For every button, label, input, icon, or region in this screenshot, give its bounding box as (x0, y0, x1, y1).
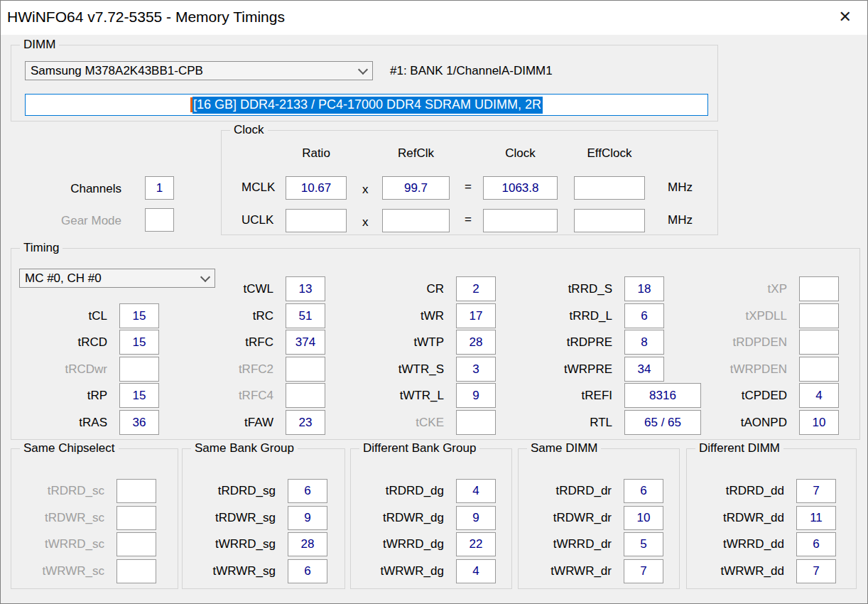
tCKE-value[interactable] (456, 410, 496, 435)
tWRWR_dg-label: tWRWR_dg (355, 564, 453, 578)
field-tRDPRE: tRDPRE 8 (515, 330, 664, 355)
uclk-refclk-value[interactable] (382, 209, 450, 232)
tCPDED-value[interactable]: 4 (799, 383, 839, 408)
tWRWR_sg-value[interactable]: 6 (288, 559, 327, 583)
tRP-value[interactable]: 15 (119, 383, 159, 408)
mclk-clock-value[interactable]: 1063.8 (483, 176, 558, 200)
tWRRD_dg-label: tWRRD_dg (355, 537, 453, 551)
window-title: HWiNFO64 v7.72-5355 - Memory Timings (7, 9, 285, 26)
tWRRD_sc-value[interactable] (116, 532, 156, 556)
tRCD-value[interactable]: 15 (119, 330, 159, 355)
tWRWR_sc-label: tWRWR_sc (16, 564, 114, 578)
mclk-refclk-value[interactable]: 99.7 (382, 176, 450, 200)
channels-value[interactable]: 1 (145, 176, 174, 200)
field-tWRRD_sc: tWRRD_sc (16, 532, 156, 556)
tRDPRE-label: tRDPRE (515, 335, 622, 350)
mclk-effclock-value[interactable] (574, 176, 645, 200)
dimm-selector[interactable]: Samsung M378A2K43BB1-CPB (25, 61, 373, 80)
field-tXP: tXP (690, 276, 839, 301)
tWRRD_dd-value[interactable]: 6 (796, 532, 836, 556)
field-tREFI: tREFI 8316 (515, 383, 701, 408)
tAONPD-value[interactable]: 10 (799, 410, 839, 435)
clock-group: Clock Ratio RefClk Clock EffClock MCLK 1… (221, 130, 718, 235)
tRDRD_dr-value[interactable]: 6 (624, 479, 663, 503)
tRDWR_dg-value[interactable]: 9 (456, 506, 496, 530)
tXPDLL-label: tXPDLL (690, 309, 796, 323)
different-dimm-group: Different DIMM tRDRD_dd 7 tRDWR_dd 11 tW… (686, 448, 857, 589)
tRDWR_dd-value[interactable]: 11 (796, 506, 836, 530)
tRFC4-value[interactable] (286, 383, 325, 408)
mclk-ratio-value[interactable]: 10.67 (286, 176, 347, 200)
tRDPDEN-value[interactable] (799, 330, 839, 355)
tRDWR_sg-label: tRDWR_sg (187, 511, 285, 525)
tWTR_S-value[interactable]: 3 (456, 357, 496, 382)
tRCDwr-value[interactable] (119, 357, 159, 382)
field-tRAS: tRAS 36 (18, 410, 159, 435)
tXP-value[interactable] (799, 276, 839, 301)
tWRWR_sc-value[interactable] (116, 559, 156, 583)
dimm-description-field[interactable]: [16 GB] DDR4-2133 / PC4-17000 DDR4 SDRAM… (25, 94, 708, 116)
field-tRRD_S: tRRD_S 18 (515, 276, 664, 301)
tRDWR_sc-value[interactable] (116, 506, 156, 530)
tCL-value[interactable]: 15 (119, 303, 159, 328)
tWRPDEN-value[interactable] (799, 357, 839, 382)
tRDPRE-value[interactable]: 8 (624, 330, 664, 355)
dimm-group-title: DIMM (20, 38, 59, 52)
tWRWR_dd-value[interactable]: 7 (796, 559, 836, 583)
tRC-value[interactable]: 51 (286, 303, 325, 328)
tRFC2-label: tRFC2 (176, 362, 283, 377)
uclk-clock-value[interactable] (483, 209, 558, 232)
field-tWRWR_sc: tWRWR_sc (16, 559, 156, 583)
tRAS-label: tRAS (18, 416, 116, 430)
field-tRFC4: tRFC4 (176, 383, 325, 408)
tCWL-value[interactable]: 13 (286, 276, 325, 301)
timing-group-title: Timing (20, 241, 63, 255)
field-tRDRD_dd: tRDRD_dd 7 (695, 479, 836, 503)
field-RTL: RTL 65 / 65 (515, 410, 701, 435)
tWRPRE-value[interactable]: 34 (624, 357, 664, 382)
tRFC-label: tRFC (176, 335, 283, 350)
tWTP-label: tWTP (347, 335, 453, 350)
tWR-value[interactable]: 17 (456, 303, 496, 328)
tRDWR_sg-value[interactable]: 9 (288, 506, 327, 530)
clock-header-effclock: EffClock (574, 146, 645, 161)
tRAS-value[interactable]: 36 (119, 410, 159, 435)
chevron-down-icon[interactable] (354, 62, 372, 80)
tWRRD_dg-value[interactable]: 22 (456, 532, 496, 556)
tRDRD_sg-value[interactable]: 6 (288, 479, 327, 503)
tRRD_L-value[interactable]: 6 (624, 303, 664, 328)
tRDRD_dg-value[interactable]: 4 (456, 479, 496, 503)
tWRWR_dr-value[interactable]: 7 (624, 559, 663, 583)
tREFI-label: tREFI (515, 389, 622, 403)
hwinfo-memory-timings-window: HWiNFO64 v7.72-5355 - Memory Timings ✕ D… (0, 0, 868, 604)
tRDRD_dd-value[interactable]: 7 (796, 479, 836, 503)
tWRRD_dr-value[interactable]: 5 (624, 532, 663, 556)
gear-mode-value[interactable] (145, 208, 174, 232)
tWTP-value[interactable]: 28 (456, 330, 496, 355)
tFAW-value[interactable]: 23 (286, 410, 325, 435)
tRFC2-value[interactable] (286, 357, 325, 382)
CR-value[interactable]: 2 (456, 276, 496, 301)
tRCD-label: tRCD (18, 335, 116, 350)
tXPDLL-value[interactable] (799, 303, 839, 328)
tRFC-value[interactable]: 374 (286, 330, 325, 355)
tRDWR_dd-label: tRDWR_dd (695, 511, 793, 525)
tRDWR_dr-value[interactable]: 10 (624, 506, 663, 530)
tRDRD_sc-value[interactable] (116, 479, 156, 503)
clock-row-uclk: UCLK x = MHz (222, 209, 717, 232)
field-tRDWR_sg: tRDWR_sg 9 (187, 506, 327, 530)
title-bar: HWiNFO64 v7.72-5355 - Memory Timings ✕ (1, 1, 867, 35)
field-tWRRD_dd: tWRRD_dd 6 (695, 532, 836, 556)
uclk-ratio-value[interactable] (286, 209, 347, 232)
close-icon[interactable]: ✕ (839, 8, 852, 26)
uclk-equals-sign: = (465, 212, 472, 227)
field-tCKE: tCKE (347, 410, 496, 435)
tRRD_S-value[interactable]: 18 (624, 276, 664, 301)
field-tWTR_L: tWTR_L 9 (347, 383, 496, 408)
tWRRD_sg-value[interactable]: 28 (288, 532, 327, 556)
uclk-effclock-value[interactable] (574, 209, 645, 232)
tWTR_L-value[interactable]: 9 (456, 383, 496, 408)
field-tXPDLL: tXPDLL (690, 303, 839, 328)
tWRWR_dg-value[interactable]: 4 (456, 559, 496, 583)
clock-header-ratio: Ratio (286, 146, 347, 161)
